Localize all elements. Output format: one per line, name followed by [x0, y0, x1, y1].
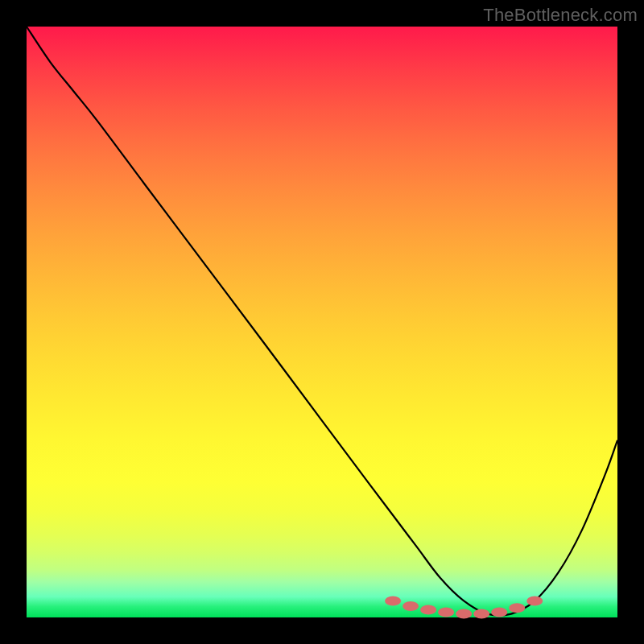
emphasis-dot	[509, 603, 525, 613]
emphasis-dot	[402, 601, 419, 611]
curve-layer	[27, 27, 617, 617]
emphasis-dot	[526, 596, 543, 605]
watermark-text: TheBottleneck.com	[483, 5, 638, 26]
bottleneck-curve-path	[27, 27, 617, 616]
emphasis-dot	[438, 607, 454, 617]
chart-frame: TheBottleneck.com	[0, 0, 644, 644]
emphasis-dot	[385, 596, 401, 605]
emphasis-dot	[491, 607, 507, 617]
emphasis-dot	[473, 609, 489, 619]
plot-area	[27, 27, 617, 617]
emphasis-dot	[420, 605, 436, 614]
emphasis-dots-group	[385, 596, 543, 618]
emphasis-dot	[456, 609, 472, 619]
